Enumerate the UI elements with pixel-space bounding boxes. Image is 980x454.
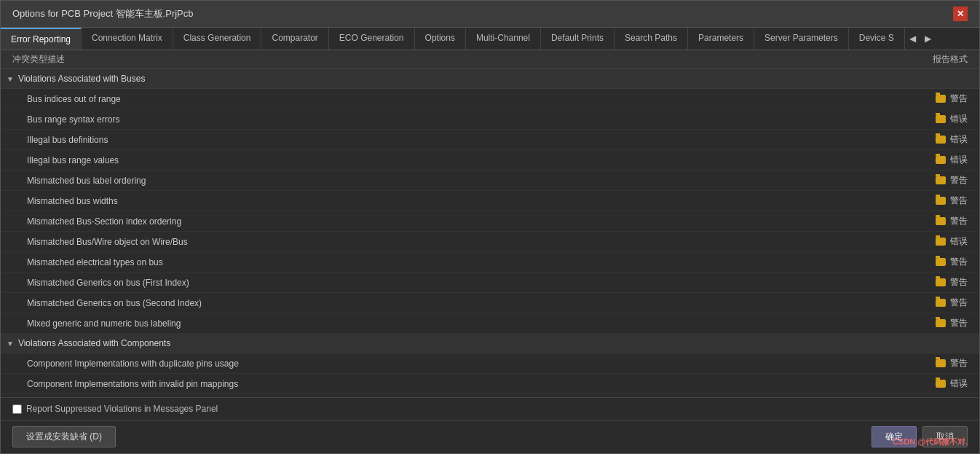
folder-icon bbox=[936, 359, 946, 367]
row-name: Mismatched Bus/Wire object on Wire/Bus bbox=[27, 237, 936, 247]
section-header-components[interactable]: ▼ Violations Associated with Components bbox=[1, 334, 979, 353]
row-badge: 警告 bbox=[936, 357, 968, 369]
folder-icon bbox=[936, 238, 946, 246]
close-button[interactable]: ✕ bbox=[953, 7, 968, 21]
section-triangle-buses: ▼ bbox=[7, 75, 14, 83]
folder-icon bbox=[936, 156, 946, 164]
row-badge: 错误 bbox=[936, 154, 968, 166]
col-header-left: 冲突类型描述 bbox=[12, 53, 65, 66]
tab-next-button[interactable]: ▶ bbox=[920, 28, 936, 50]
row-name: Mixed generic and numeric bus labeling bbox=[27, 318, 936, 329]
folder-icon bbox=[936, 299, 946, 307]
table-row[interactable]: Bus range syntax errors 错误 bbox=[1, 109, 979, 130]
folder-icon bbox=[936, 115, 946, 123]
row-name: Illegal bus definitions bbox=[27, 135, 936, 145]
row-name: Mismatched Generics on bus (Second Index… bbox=[27, 298, 936, 308]
tab-default-prints[interactable]: Default Prints bbox=[541, 28, 615, 50]
folder-icon bbox=[936, 176, 946, 184]
tabs-bar: Error Reporting Connection Matrix Class … bbox=[1, 28, 979, 50]
row-name: Illegal bus range values bbox=[27, 155, 936, 165]
row-badge: 警告 bbox=[936, 195, 968, 207]
table-row[interactable]: Mismatched Bus-Section index ordering 警告 bbox=[1, 211, 979, 232]
row-badge: 错误 bbox=[936, 133, 968, 146]
row-badge: 警告 bbox=[936, 297, 968, 309]
table-row[interactable]: Mismatched Generics on bus (Second Index… bbox=[1, 293, 979, 313]
col-header-right: 报告格式 bbox=[933, 53, 968, 66]
row-badge: 警告 bbox=[936, 215, 968, 227]
footer-left: 设置成安装缺省 (D) bbox=[12, 426, 116, 447]
row-name: Bus range syntax errors bbox=[27, 114, 936, 125]
bottom-bar: Report Suppressed Violations in Messages… bbox=[1, 397, 979, 420]
row-name: Component Implementations with duplicate… bbox=[27, 359, 936, 369]
row-badge: 错误 bbox=[936, 377, 968, 390]
row-badge: 警告 bbox=[936, 317, 968, 329]
footer: 设置成安装缺省 (D) 确定 取消 bbox=[1, 420, 979, 453]
section-header-buses[interactable]: ▼ Violations Associated with Buses bbox=[1, 69, 979, 89]
row-name: Mismatched Bus-Section index ordering bbox=[27, 216, 936, 227]
title-bar: Options for PCB Project 智能车主板.PrjPcb ✕ bbox=[1, 1, 979, 28]
table-row[interactable]: Illegal bus range values 错误 bbox=[1, 150, 979, 171]
suppress-violations-label: Report Suppressed Violations in Messages… bbox=[26, 404, 218, 414]
section-triangle-components: ▼ bbox=[7, 340, 14, 348]
folder-icon bbox=[936, 319, 946, 327]
folder-icon bbox=[936, 380, 946, 388]
table-row[interactable]: Mismatched Bus/Wire object on Wire/Bus 错… bbox=[1, 232, 979, 252]
folder-icon bbox=[936, 136, 946, 144]
row-name: Mismatched bus widths bbox=[27, 196, 936, 206]
tab-eco-generation[interactable]: ECO Generation bbox=[329, 28, 415, 50]
table-row[interactable]: Mismatched Generics on bus (First Index)… bbox=[1, 273, 979, 293]
tab-class-generation[interactable]: Class Generation bbox=[173, 28, 262, 50]
table-row[interactable]: Illegal bus definitions 错误 bbox=[1, 130, 979, 150]
row-badge: 警告 bbox=[936, 256, 968, 268]
tab-options[interactable]: Options bbox=[415, 28, 466, 50]
table-row[interactable]: Mixed generic and numeric bus labeling 警… bbox=[1, 313, 979, 334]
tab-device-s[interactable]: Device S bbox=[849, 28, 905, 50]
section-label-components: Violations Associated with Components bbox=[18, 338, 170, 348]
tab-parameters[interactable]: Parameters bbox=[688, 28, 754, 50]
row-badge: 警告 bbox=[936, 276, 968, 289]
table-row[interactable]: Component Implementations with invalid p… bbox=[1, 374, 979, 394]
folder-icon bbox=[936, 258, 946, 266]
row-name: Bus indices out of range bbox=[27, 94, 936, 104]
watermark: CSDN @代码微不对. bbox=[893, 437, 968, 447]
setup-default-button[interactable]: 设置成安装缺省 (D) bbox=[12, 426, 116, 447]
row-badge: 错误 bbox=[936, 113, 968, 125]
row-badge: 警告 bbox=[936, 174, 968, 187]
folder-icon bbox=[936, 278, 946, 286]
folder-icon bbox=[936, 197, 946, 205]
table-row[interactable]: Mismatched electrical types on bus 警告 bbox=[1, 252, 979, 273]
content-area[interactable]: ▼ Violations Associated with Buses Bus i… bbox=[1, 69, 979, 397]
column-headers: 冲突类型描述 报告格式 bbox=[1, 50, 979, 69]
row-badge: 警告 bbox=[936, 93, 968, 105]
row-name: Mismatched Generics on bus (First Index) bbox=[27, 278, 936, 288]
section-label-buses: Violations Associated with Buses bbox=[18, 74, 146, 84]
folder-icon bbox=[936, 95, 946, 103]
tab-server-parameters[interactable]: Server Parameters bbox=[754, 28, 849, 50]
row-name: Mismatched bus label ordering bbox=[27, 176, 936, 186]
suppress-violations-checkbox-label[interactable]: Report Suppressed Violations in Messages… bbox=[12, 404, 218, 414]
tab-error-reporting[interactable]: Error Reporting bbox=[1, 28, 82, 50]
row-badge: 错误 bbox=[936, 235, 968, 248]
tab-connection-matrix[interactable]: Connection Matrix bbox=[82, 28, 173, 50]
tab-prev-button[interactable]: ◀ bbox=[905, 28, 920, 50]
row-name: Component Implementations with invalid p… bbox=[27, 379, 936, 389]
table-row[interactable]: Mismatched bus label ordering 警告 bbox=[1, 171, 979, 191]
tab-search-paths[interactable]: Search Paths bbox=[615, 28, 688, 50]
tab-multi-channel[interactable]: Multi-Channel bbox=[466, 28, 541, 50]
suppress-violations-checkbox[interactable] bbox=[12, 404, 22, 414]
table-row[interactable]: Mismatched bus widths 警告 bbox=[1, 191, 979, 211]
row-name: Mismatched electrical types on bus bbox=[27, 257, 936, 267]
table-row[interactable]: Bus indices out of range 警告 bbox=[1, 89, 979, 109]
folder-icon bbox=[936, 217, 946, 225]
tab-comparator[interactable]: Comparator bbox=[261, 28, 328, 50]
main-dialog: Options for PCB Project 智能车主板.PrjPcb ✕ E… bbox=[0, 0, 980, 454]
table-row[interactable]: Component Implementations with duplicate… bbox=[1, 353, 979, 374]
dialog-title: Options for PCB Project 智能车主板.PrjPcb bbox=[12, 7, 194, 20]
